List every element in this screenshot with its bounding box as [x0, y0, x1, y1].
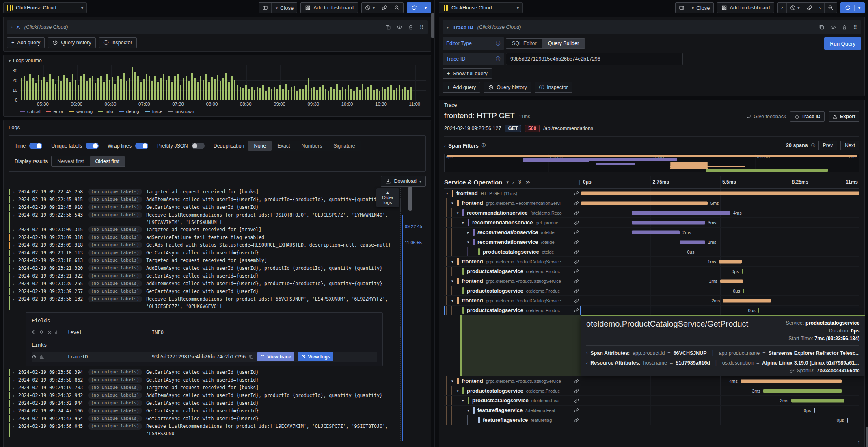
trace-id-button[interactable]: Trace ID	[790, 111, 825, 122]
span-link-icon[interactable]	[574, 408, 579, 413]
span-row[interactable]: ▾frontendgrpc.oteldemo.ProductCatalogSer…	[444, 376, 859, 386]
inspector-button[interactable]: ⓘInspector	[99, 37, 137, 48]
span-row[interactable]: ▸recommendationservice/otelde2ms	[444, 228, 859, 237]
export-button[interactable]: Export	[829, 111, 859, 122]
expand-all-icon[interactable]: ≫	[526, 180, 531, 185]
span-link-icon[interactable]	[574, 379, 579, 384]
log-row[interactable]: ›2024-02-19 09:24:47.166(no unique label…	[9, 407, 395, 415]
log-row[interactable]: ›2024-02-19 09:22:45.915(no unique label…	[9, 196, 395, 204]
span-link-icon[interactable]	[574, 298, 579, 303]
span-row[interactable]: productcatalogserviceoteldemo.Produc0μs	[444, 286, 859, 296]
span-row[interactable]: ▾recommendationservice/otelde1ms	[444, 237, 859, 247]
span-row[interactable]: productcatalogserviceoteldemo.Produc0μs	[444, 306, 859, 315]
span-link-icon[interactable]	[574, 279, 579, 284]
span-timeline-cell[interactable]: 3ms	[581, 218, 859, 227]
query-row-trace-id[interactable]: ▾ Trace ID (ClickHouse Cloud) ⠿	[443, 20, 861, 34]
ad-hoc-stats-icon[interactable]	[55, 330, 60, 335]
toggle-on[interactable]	[86, 143, 99, 149]
logs-volume-header[interactable]: ▾ Logs volume	[9, 58, 426, 63]
expand-span-icon[interactable]: ▾	[451, 299, 457, 303]
span-timeline-cell[interactable]: 0μs	[581, 267, 859, 276]
expand-log-icon[interactable]: ›	[13, 423, 18, 430]
expand-span-icon[interactable]: ▾	[451, 279, 457, 283]
span-timeline-cell[interactable]: 1ms	[581, 237, 859, 247]
right-pane-scrollbar[interactable]	[866, 427, 868, 447]
left-datasource-picker[interactable]: ClickHouse Cloud ▾	[3, 2, 87, 13]
log-row[interactable]: ›2024-02-19 09:23:09.315(no unique label…	[9, 226, 395, 234]
span-link-icon[interactable]	[574, 201, 579, 206]
expand-log-icon[interactable]: ›	[13, 407, 18, 415]
span-row[interactable]: productcatalogserviceoteldemo.Produc0μs	[444, 267, 859, 276]
log-row[interactable]: ›2024-02-19 09:24:47.954(no unique label…	[9, 415, 395, 423]
share-link-button[interactable]	[378, 3, 391, 13]
log-row[interactable]: ›2024-02-19 09:22:45.918(no unique label…	[9, 204, 395, 211]
span-timeline-cell[interactable]: 0μs	[581, 306, 859, 315]
expand-log-icon[interactable]: ›	[13, 376, 18, 384]
span-attributes-row[interactable]: › Span Attributes: app.product.id=66VCHS…	[586, 348, 859, 358]
close-left-button[interactable]: ×Close	[272, 3, 297, 13]
expand-log-icon[interactable]: ›	[13, 196, 18, 204]
add-query-button[interactable]: +Add query	[7, 37, 45, 48]
close-split-pane-button[interactable]	[259, 3, 272, 13]
duplicate-query-icon[interactable]	[819, 24, 825, 30]
add-query-button[interactable]: +Add query	[443, 82, 480, 93]
span-link-icon[interactable]	[574, 240, 579, 245]
dedup-option-none[interactable]: None	[248, 141, 272, 151]
filter-out-value-icon[interactable]	[39, 330, 44, 335]
log-row[interactable]: ›2024-02-19 09:22:45.258(no unique label…	[9, 188, 395, 196]
left-add-to-dashboard-button[interactable]: Add to dashboard	[300, 2, 358, 13]
trace-id-input[interactable]	[506, 53, 683, 65]
expand-one-icon[interactable]: ›	[512, 180, 514, 185]
span-row[interactable]: ▾frontendHTTP GET (11ms)	[444, 189, 859, 198]
shift-time-back-button[interactable]: ‹	[778, 3, 786, 13]
span-row[interactable]: ▾productcatalogserviceoteldemo.Produc3ms	[444, 386, 859, 396]
span-link-icon[interactable]	[574, 191, 579, 196]
duplicate-query-icon[interactable]	[385, 24, 391, 30]
scroll-to-top-button[interactable]: ↑	[857, 439, 860, 445]
expand-span-icon[interactable]: ▾	[451, 379, 457, 383]
editor-type-option-query-builder[interactable]: Query Builder	[542, 39, 585, 48]
expand-log-icon[interactable]: ›	[13, 415, 18, 423]
log-row[interactable]: ›2024-02-19 09:23:39.257(no unique label…	[9, 288, 395, 295]
span-link-icon[interactable]	[574, 418, 579, 423]
log-row[interactable]: ›2024-02-19 09:24:19.703(no unique label…	[9, 384, 395, 392]
span-row[interactable]: ▾featureflagservice/oteldemo.Feat0μs	[444, 406, 859, 415]
expand-log-icon[interactable]: ›	[13, 249, 18, 257]
left-pane-scrollbar[interactable]	[431, 13, 434, 38]
log-row[interactable]: ›2024-02-19 09:23:18.613(no unique label…	[9, 257, 395, 265]
expand-log-icon[interactable]: ›	[13, 241, 18, 249]
span-row[interactable]: ▾frontendgrpc.oteldemo.ProductCatalogSer…	[444, 296, 859, 306]
span-row[interactable]: ▾recommendationserviceget_produc3ms	[444, 218, 859, 228]
expand-span-icon[interactable]: ▾	[446, 191, 452, 195]
span-timeline-cell[interactable]: 2ms	[581, 228, 859, 237]
legend-item[interactable]: error	[46, 109, 63, 114]
expand-log-icon[interactable]: ▾	[13, 295, 18, 303]
expand-log-icon[interactable]: ›	[13, 265, 18, 272]
span-row[interactable]: ▾productcatalogserviceoteldemo.Fea2ms	[444, 396, 859, 406]
right-add-to-dashboard-button[interactable]: Add to dashboard	[717, 2, 775, 13]
log-row[interactable]: ›2024-02-19 09:22:56.543(no unique label…	[9, 211, 395, 226]
expand-log-icon[interactable]: ›	[13, 392, 18, 399]
zoom-out-button[interactable]	[391, 3, 403, 13]
span-timeline-cell[interactable]: 4ms	[581, 208, 859, 217]
span-link-icon[interactable]	[574, 388, 579, 393]
prev-button[interactable]: Prev	[818, 141, 838, 150]
span-timeline-cell[interactable]: 1ms	[581, 276, 859, 286]
editor-type-option-sql-editor[interactable]: SQL Editor	[506, 39, 542, 48]
view-trace-button[interactable]: View trace	[257, 352, 294, 361]
expand-span-icon[interactable]: ▾	[457, 211, 462, 215]
span-timeline-cell[interactable]: 0μs	[581, 247, 859, 256]
legend-item[interactable]: info	[98, 109, 113, 114]
wrap-lines-toggle[interactable]: Wrap lines	[108, 143, 148, 149]
log-row[interactable]: ›2024-02-19 09:23:18.113(no unique label…	[9, 249, 395, 257]
disable-query-icon[interactable]	[397, 24, 402, 30]
toggle-off[interactable]	[192, 143, 205, 149]
logs-scrollbar-thumb[interactable]	[408, 187, 412, 211]
span-link-icon[interactable]	[574, 220, 579, 225]
expand-log-icon[interactable]: ›	[13, 234, 18, 241]
span-link-icon[interactable]	[574, 230, 579, 235]
span-timeline-cell[interactable]: 3ms	[581, 386, 859, 395]
expand-log-icon[interactable]: ›	[13, 272, 18, 280]
expand-span-icon[interactable]: ▾	[451, 260, 457, 264]
span-link-icon[interactable]	[574, 210, 579, 215]
